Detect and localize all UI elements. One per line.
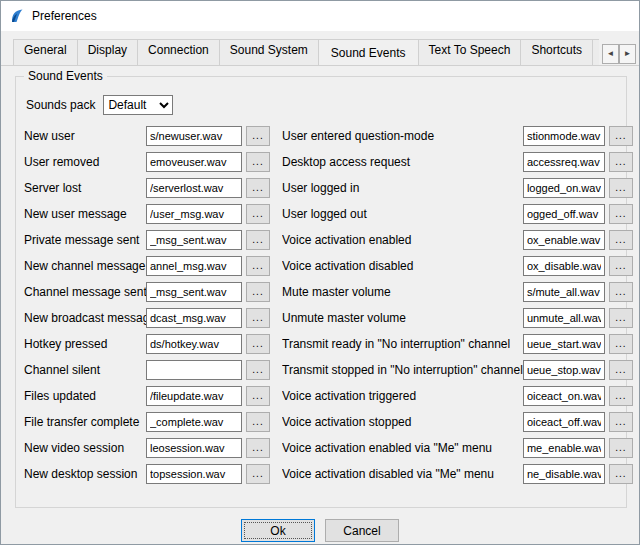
sound-event-row: File transfer complete... (24, 409, 270, 435)
browse-button[interactable]: ... (609, 126, 633, 146)
tab-connection[interactable]: Connection (137, 39, 220, 65)
sound-file-input[interactable] (146, 204, 242, 224)
sound-file-input[interactable] (146, 334, 242, 354)
sound-file-input[interactable] (523, 126, 605, 146)
sound-event-row: Hotkey pressed... (24, 331, 270, 357)
sound-event-label: Voice activation disabled via "Me" menu (282, 467, 523, 481)
browse-button[interactable]: ... (609, 334, 633, 354)
sound-event-row: User entered question-mode... (282, 123, 633, 149)
browse-button[interactable]: ... (609, 308, 633, 328)
dialog-buttons: Ok Cancel (1, 519, 639, 542)
browse-button[interactable]: ... (609, 204, 633, 224)
tab-bar: GeneralDisplayConnectionSound SystemSoun… (1, 31, 639, 66)
tab-sound-events[interactable]: Sound Events (318, 39, 419, 65)
tab-scroll-left-button[interactable]: ◄ (602, 44, 619, 64)
browse-button[interactable]: ... (609, 360, 633, 380)
sound-event-row: Transmit stopped in "No interruption" ch… (282, 357, 633, 383)
sound-events-group: Sound Events Sounds pack Default New use… (15, 76, 627, 508)
browse-button[interactable]: ... (246, 412, 270, 432)
sound-file-input[interactable] (146, 256, 242, 276)
tab-shortcuts[interactable]: Shortcuts (520, 39, 593, 65)
sound-event-label: New user (24, 129, 146, 143)
browse-button[interactable]: ... (246, 126, 270, 146)
sound-event-label: Voice activation enabled (282, 233, 523, 247)
browse-button[interactable]: ... (246, 230, 270, 250)
sound-file-input[interactable] (523, 308, 605, 328)
browse-button[interactable]: ... (246, 178, 270, 198)
browse-button[interactable]: ... (246, 204, 270, 224)
browse-button[interactable]: ... (609, 256, 633, 276)
sound-event-label: Voice activation stopped (282, 415, 523, 429)
sound-file-input[interactable] (523, 204, 605, 224)
sound-file-input[interactable] (146, 360, 242, 380)
group-title: Sound Events (24, 69, 107, 83)
sound-file-input[interactable] (523, 282, 605, 302)
browse-button[interactable]: ... (609, 282, 633, 302)
tab-sound-system[interactable]: Sound System (219, 39, 319, 65)
browse-button[interactable]: ... (609, 386, 633, 406)
sound-file-input[interactable] (146, 126, 242, 146)
tab-video[interactable]: Video (592, 39, 599, 65)
sound-event-label: New user message (24, 207, 146, 221)
sound-event-row: User logged in... (282, 175, 633, 201)
sound-file-input[interactable] (146, 438, 242, 458)
sound-event-row: Mute master volume... (282, 279, 633, 305)
browse-button[interactable]: ... (246, 334, 270, 354)
sound-file-input[interactable] (523, 334, 605, 354)
browse-button[interactable]: ... (609, 178, 633, 198)
sound-file-input[interactable] (146, 152, 242, 172)
sound-event-label: Unmute master volume (282, 311, 523, 325)
sound-event-row: User logged out... (282, 201, 633, 227)
tab-display[interactable]: Display (77, 39, 138, 65)
sound-event-label: Transmit stopped in "No interruption" ch… (282, 363, 523, 377)
tab-text-to-speech[interactable]: Text To Speech (418, 39, 522, 65)
sound-event-label: User entered question-mode (282, 129, 523, 143)
browse-button[interactable]: ... (609, 438, 633, 458)
titlebar[interactable]: Preferences (1, 1, 639, 31)
sound-file-input[interactable] (146, 386, 242, 406)
browse-button[interactable]: ... (609, 464, 633, 484)
preferences-window: Preferences GeneralDisplayConnectionSoun… (0, 0, 640, 545)
sound-file-input[interactable] (523, 438, 605, 458)
sound-event-row: Voice activation enabled via "Me" menu..… (282, 435, 633, 461)
browse-button[interactable]: ... (609, 152, 633, 172)
sound-file-input[interactable] (523, 256, 605, 276)
browse-button[interactable]: ... (246, 152, 270, 172)
sound-event-row: Desktop access request... (282, 149, 633, 175)
sound-file-input[interactable] (523, 360, 605, 380)
sound-event-label: File transfer complete (24, 415, 146, 429)
sound-file-input[interactable] (523, 464, 605, 484)
sound-file-input[interactable] (146, 412, 242, 432)
sound-event-label: Voice activation triggered (282, 389, 523, 403)
browse-button[interactable]: ... (246, 464, 270, 484)
browse-button[interactable]: ... (246, 360, 270, 380)
sound-file-input[interactable] (523, 178, 605, 198)
sound-file-input[interactable] (146, 230, 242, 250)
tab-scroll-right-button[interactable]: ► (619, 44, 636, 64)
sound-file-input[interactable] (146, 282, 242, 302)
sounds-pack-select[interactable]: Default (103, 95, 173, 115)
sound-file-input[interactable] (523, 230, 605, 250)
sound-event-row: Voice activation stopped... (282, 409, 633, 435)
sound-file-input[interactable] (146, 308, 242, 328)
sounds-pack-row: Sounds pack Default (24, 91, 618, 119)
sounds-pack-label: Sounds pack (26, 98, 95, 112)
sound-events-columns: New user...User removed...Server lost...… (24, 123, 618, 487)
browse-button[interactable]: ... (246, 282, 270, 302)
browse-button[interactable]: ... (609, 230, 633, 250)
browse-button[interactable]: ... (246, 256, 270, 276)
browse-button[interactable]: ... (246, 386, 270, 406)
cancel-button[interactable]: Cancel (325, 519, 399, 542)
sound-event-row: Files updated... (24, 383, 270, 409)
browse-button[interactable]: ... (609, 412, 633, 432)
sound-file-input[interactable] (146, 464, 242, 484)
sound-file-input[interactable] (523, 412, 605, 432)
sound-file-input[interactable] (146, 178, 242, 198)
browse-button[interactable]: ... (246, 438, 270, 458)
sound-file-input[interactable] (523, 386, 605, 406)
tab-general[interactable]: General (13, 39, 78, 65)
ok-button[interactable]: Ok (241, 519, 315, 542)
sound-event-label: Transmit ready in "No interruption" chan… (282, 337, 523, 351)
browse-button[interactable]: ... (246, 308, 270, 328)
sound-file-input[interactable] (523, 152, 605, 172)
